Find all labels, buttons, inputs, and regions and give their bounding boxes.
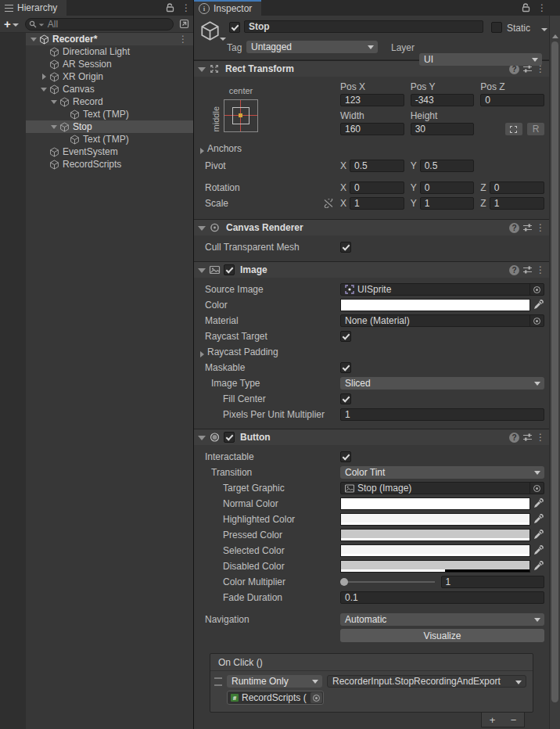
hierarchy-item[interactable]: Stop (26, 120, 193, 133)
anchor-preset-box[interactable] (224, 99, 258, 132)
object-picker-icon[interactable] (311, 692, 322, 703)
hierarchy-item[interactable]: EventSystem (26, 145, 193, 158)
blueprint-mode-button[interactable] (505, 123, 522, 135)
fold-arrow-icon[interactable] (49, 120, 59, 133)
color-multiplier-slider[interactable] (340, 576, 435, 588)
eyedropper-icon[interactable] (533, 498, 544, 509)
fold-arrow-icon[interactable] (198, 65, 206, 73)
eyedropper-icon[interactable] (533, 545, 544, 556)
navigation-dropdown[interactable]: Automatic (340, 613, 544, 626)
button-enabled-checkbox[interactable] (224, 432, 235, 443)
transition-dropdown[interactable]: Color Tint (340, 466, 544, 479)
fold-arrow-icon[interactable] (198, 433, 206, 441)
fold-arrow-icon[interactable] (39, 83, 49, 95)
maskable-checkbox[interactable] (340, 362, 351, 373)
cull-transparent-mesh-checkbox[interactable] (340, 242, 351, 253)
kebab-icon[interactable]: ⋮ (537, 3, 547, 13)
drag-handle-icon[interactable] (214, 677, 222, 686)
kebab-icon[interactable]: ⋮ (536, 223, 545, 232)
scene-row[interactable]: Recorder*⋮ (26, 33, 193, 45)
raw-edit-mode-button[interactable]: R (527, 123, 544, 135)
interactable-checkbox[interactable] (340, 451, 351, 462)
help-icon[interactable]: ? (509, 223, 519, 233)
add-gameobject-button[interactable]: + (4, 17, 19, 31)
kebab-icon[interactable]: ⋮ (181, 3, 191, 13)
fade-duration-field[interactable]: 0.1 (340, 591, 544, 604)
broken-link-icon[interactable] (323, 199, 334, 208)
help-icon[interactable]: ? (509, 433, 519, 443)
ppu-multiplier-field[interactable]: 1 (340, 408, 544, 421)
scale-x-field[interactable]: 1 (350, 197, 404, 210)
object-picker-icon[interactable] (529, 314, 544, 327)
hierarchy-item[interactable]: AR Session (26, 58, 193, 70)
event-target-object-field[interactable]: # RecordScripts ( (227, 691, 324, 705)
inspector-scrollbar[interactable] (549, 16, 560, 729)
height-field[interactable]: 30 (411, 123, 475, 135)
kebab-icon[interactable]: ⋮ (178, 34, 188, 45)
eyedropper-icon[interactable] (533, 300, 544, 311)
anchor-preset-widget[interactable]: center middle (213, 86, 267, 132)
object-picker-icon[interactable] (529, 482, 544, 494)
button-header[interactable]: Button ? ⋮ (194, 429, 549, 445)
fold-arrow-icon[interactable] (29, 33, 39, 45)
lock-icon[interactable] (166, 3, 174, 13)
normal-color-swatch[interactable] (340, 497, 530, 510)
eyedropper-icon[interactable] (533, 514, 544, 525)
fold-arrow-icon[interactable] (197, 145, 207, 153)
tab-hierarchy[interactable]: Hierarchy (0, 0, 66, 16)
slider-knob[interactable] (340, 578, 348, 586)
layer-dropdown[interactable]: UI (419, 53, 542, 66)
hierarchy-item[interactable]: XR Origin (26, 70, 193, 83)
search-in-window-icon[interactable] (179, 19, 189, 29)
fold-arrow-icon[interactable] (198, 224, 206, 232)
disabled-color-swatch[interactable] (340, 560, 530, 573)
kebab-icon[interactable]: ⋮ (536, 265, 545, 275)
scrollbar-thumb[interactable] (551, 41, 558, 702)
canvas-renderer-header[interactable]: Canvas Renderer ? ⋮ (194, 220, 549, 235)
kebab-icon[interactable]: ⋮ (536, 433, 545, 442)
image-type-dropdown[interactable]: Sliced (340, 377, 544, 390)
selected-color-swatch[interactable] (340, 544, 530, 557)
pos-y-field[interactable]: -343 (411, 94, 475, 106)
hierarchy-item[interactable]: Record (26, 95, 193, 108)
fold-arrow-icon[interactable] (39, 70, 49, 83)
raycast-target-checkbox[interactable] (340, 331, 351, 342)
source-image-field[interactable]: UISprite (340, 283, 544, 296)
scroll-up-arrow-icon[interactable] (552, 34, 558, 38)
static-checkbox[interactable] (491, 22, 502, 33)
image-enabled-checkbox[interactable] (224, 264, 235, 275)
fold-arrow-icon[interactable] (198, 266, 206, 274)
presets-icon[interactable] (522, 433, 533, 442)
material-field[interactable]: None (Material) (340, 314, 544, 327)
gameobject-cube-icon[interactable] (199, 20, 221, 41)
event-function-dropdown[interactable]: RecorderInput.StopRecordingAndExport (327, 675, 526, 688)
fold-arrow-icon[interactable] (49, 95, 59, 108)
hierarchy-item[interactable]: Canvas (26, 83, 193, 95)
rotation-z-field[interactable]: 0 (490, 181, 544, 194)
pos-x-field[interactable]: 123 (340, 94, 404, 106)
hierarchy-item[interactable]: Directional Light (26, 45, 193, 58)
static-dropdown-icon[interactable] (541, 28, 547, 31)
hierarchy-item[interactable]: Text (TMP) (26, 108, 193, 120)
pos-z-field[interactable]: 0 (480, 94, 544, 106)
rotation-y-field[interactable]: 0 (420, 181, 475, 194)
visualize-button[interactable]: Visualize (340, 629, 544, 642)
presets-icon[interactable] (522, 265, 533, 275)
highlighted-color-swatch[interactable] (340, 513, 530, 526)
color-swatch[interactable] (340, 299, 530, 311)
width-field[interactable]: 160 (340, 123, 404, 135)
hierarchy-item[interactable]: Text (TMP) (26, 133, 193, 145)
fold-arrow-icon[interactable] (197, 348, 207, 356)
lock-icon[interactable] (522, 3, 530, 13)
remove-event-button[interactable]: − (503, 714, 524, 726)
object-picker-icon[interactable] (529, 283, 544, 296)
scale-y-field[interactable]: 1 (420, 197, 475, 210)
gameobject-name-field[interactable]: Stop (244, 20, 483, 33)
eyedropper-icon[interactable] (533, 530, 544, 540)
fill-center-checkbox[interactable] (340, 393, 351, 404)
hierarchy-search-input[interactable]: All (25, 18, 174, 31)
tag-dropdown[interactable]: Untagged (246, 41, 378, 53)
target-graphic-field[interactable]: Stop (Image) (340, 482, 544, 494)
rotation-x-field[interactable]: 0 (350, 181, 404, 194)
scale-z-field[interactable]: 1 (490, 197, 544, 210)
